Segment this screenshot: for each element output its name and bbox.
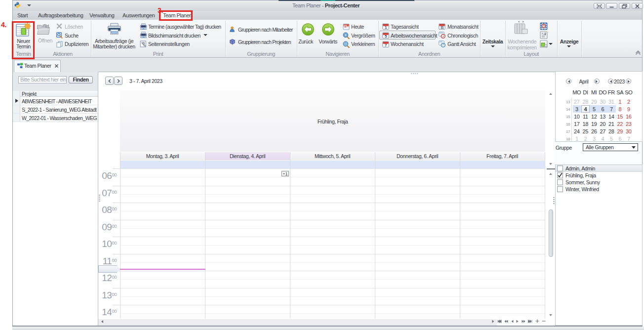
svg-text:31: 31 xyxy=(441,26,444,29)
